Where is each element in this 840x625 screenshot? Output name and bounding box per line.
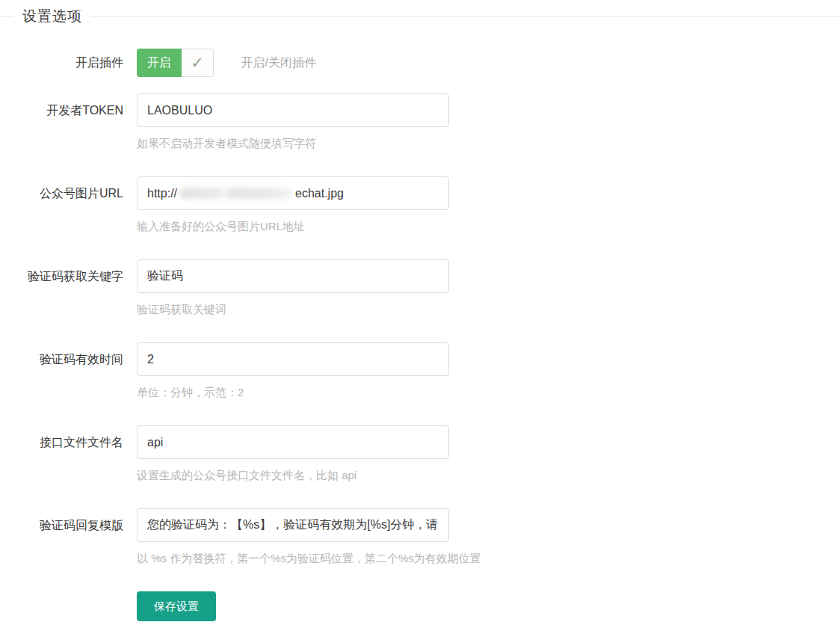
- save-row-spacer: [0, 591, 123, 621]
- developer-token-input[interactable]: [137, 93, 449, 127]
- developer-token-hint: 如果不启动开发者模式随便填写字符: [137, 137, 449, 151]
- image-url-suffix: echat.jpg: [295, 187, 344, 200]
- form-row-developer-token: 开发者TOKEN 如果不启动开发者模式随便填写字符: [0, 93, 840, 151]
- developer-token-label: 开发者TOKEN: [0, 93, 123, 151]
- api-filename-hint: 设置生成的公众号接口文件文件名，比如 api: [137, 469, 449, 483]
- reply-template-label: 验证码回复模版: [0, 508, 123, 566]
- captcha-keyword-input[interactable]: [137, 259, 449, 293]
- save-settings-button[interactable]: 保存设置: [137, 591, 216, 621]
- check-icon[interactable]: ✓: [182, 49, 214, 77]
- redacted-blur-strip: [179, 188, 293, 199]
- captcha-keyword-hint: 验证码获取关键词: [137, 303, 449, 317]
- enable-plugin-label: 开启插件: [0, 49, 123, 77]
- form-row-enable-plugin: 开启插件 开启 ✓ 开启/关闭插件: [0, 49, 840, 77]
- settings-form: 开启插件 开启 ✓ 开启/关闭插件 开发者TOKEN 如果不启动开发者模式随便填…: [0, 17, 840, 621]
- image-url-input[interactable]: http:// echat.jpg: [137, 176, 449, 210]
- captcha-valid-time-input[interactable]: [137, 342, 449, 376]
- image-url-prefix: http://: [147, 187, 177, 200]
- settings-panel: 设置选项 开启插件 开启 ✓ 开启/关闭插件 开发者TOKEN 如果不启动开发者…: [0, 16, 840, 621]
- toggle-on-segment[interactable]: 开启: [137, 49, 182, 77]
- form-row-reply-template: 验证码回复模版 以 %s 作为替换符，第一个%s为验证码位置，第二个%s为有效期…: [0, 508, 840, 566]
- form-row-captcha-valid-time: 验证码有效时间 单位：分钟，示范：2: [0, 342, 840, 400]
- captcha-keyword-label: 验证码获取关键字: [0, 259, 123, 317]
- image-url-label: 公众号图片URL: [0, 176, 123, 234]
- form-row-image-url: 公众号图片URL http:// echat.jpg 输入准备好的公众号图片UR…: [0, 176, 840, 234]
- captcha-valid-time-hint: 单位：分钟，示范：2: [137, 386, 449, 400]
- form-row-save: 保存设置: [0, 591, 840, 621]
- reply-template-hint: 以 %s 作为替换符，第一个%s为验证码位置，第二个%s为有效期位置: [137, 552, 481, 566]
- enable-plugin-hint: 开启/关闭插件: [241, 49, 315, 77]
- form-row-captcha-keyword: 验证码获取关键字 验证码获取关键词: [0, 259, 840, 317]
- enable-plugin-toggle[interactable]: 开启 ✓: [137, 49, 214, 77]
- reply-template-input[interactable]: [137, 508, 449, 542]
- api-filename-input[interactable]: [137, 425, 449, 459]
- page-title: 设置选项: [13, 7, 91, 26]
- api-filename-label: 接口文件文件名: [0, 425, 123, 483]
- captcha-valid-time-label: 验证码有效时间: [0, 342, 123, 400]
- image-url-hint: 输入准备好的公众号图片URL地址: [137, 220, 449, 234]
- form-row-api-filename: 接口文件文件名 设置生成的公众号接口文件文件名，比如 api: [0, 425, 840, 483]
